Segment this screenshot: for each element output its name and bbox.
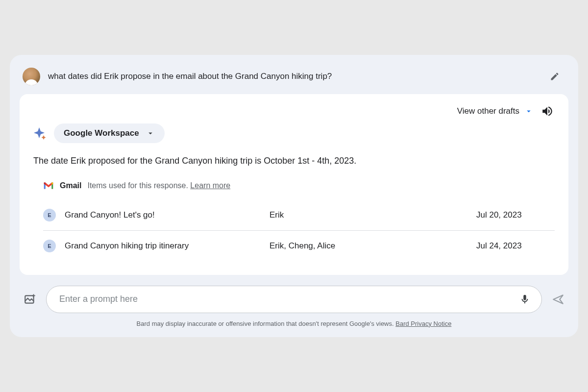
email-subject: Grand Canyon! Let's go!	[65, 210, 261, 220]
edit-prompt-button[interactable]	[546, 68, 564, 85]
chat-container: what dates did Erik propose in the email…	[10, 55, 578, 337]
microphone-icon	[519, 294, 530, 305]
email-date: Jul 24, 2023	[476, 241, 555, 251]
bard-sparkle-icon	[33, 126, 47, 140]
disclaimer: Bard may display inaccurate or offensive…	[20, 320, 568, 327]
email-item[interactable]: E Grand Canyon! Let's go! Erik Jul 20, 2…	[33, 200, 555, 230]
email-date: Jul 20, 2023	[476, 210, 555, 220]
user-avatar	[23, 68, 40, 85]
prompt-input-container	[46, 286, 542, 313]
sender-badge: E	[43, 240, 56, 252]
disclaimer-text: Bard may display inaccurate or offensive…	[137, 320, 394, 327]
user-prompt-text: what dates did Erik propose in the email…	[48, 72, 538, 81]
source-attribution: Gmail Items used for this response. Lear…	[33, 181, 555, 190]
source-app-label: Gmail	[60, 181, 81, 190]
gmail-icon	[43, 181, 54, 190]
workspace-chip-label: Google Workspace	[64, 128, 139, 138]
sender-badge: E	[43, 209, 56, 221]
extension-chip-row: Google Workspace	[33, 123, 555, 143]
learn-more-link[interactable]: Learn more	[190, 181, 230, 190]
email-from: Erik	[270, 210, 467, 220]
upload-image-button[interactable]	[23, 292, 37, 307]
prompt-input[interactable]	[59, 294, 512, 304]
view-other-drafts-label: View other drafts	[457, 106, 519, 116]
speaker-icon	[541, 105, 554, 118]
pencil-icon	[550, 72, 560, 81]
response-text: The date Erik proposed for the Grand Can…	[33, 155, 555, 167]
workspace-chip[interactable]: Google Workspace	[54, 123, 165, 143]
view-other-drafts-button[interactable]: View other drafts	[457, 106, 533, 116]
email-item[interactable]: E Grand Canyon hiking trip itinerary Eri…	[33, 231, 555, 261]
chevron-down-icon	[146, 129, 155, 138]
response-toolbar: View other drafts	[33, 104, 555, 122]
email-from: Erik, Cheng, Alice	[270, 241, 467, 251]
image-plus-icon	[24, 293, 36, 306]
svg-point-2	[562, 295, 563, 296]
send-icon	[552, 293, 564, 306]
response-card: View other drafts Google Workspace The d…	[20, 94, 568, 274]
read-aloud-button[interactable]	[540, 104, 555, 119]
email-subject: Grand Canyon hiking trip itinerary	[65, 241, 261, 251]
privacy-notice-link[interactable]: Bard Privacy Notice	[395, 320, 451, 327]
source-description: Items used for this response. Learn more	[87, 181, 230, 190]
prompt-input-row	[20, 286, 568, 313]
user-prompt-row: what dates did Erik propose in the email…	[20, 65, 568, 94]
mic-button[interactable]	[518, 293, 532, 306]
chevron-down-icon	[524, 107, 533, 116]
send-button[interactable]	[551, 292, 565, 307]
